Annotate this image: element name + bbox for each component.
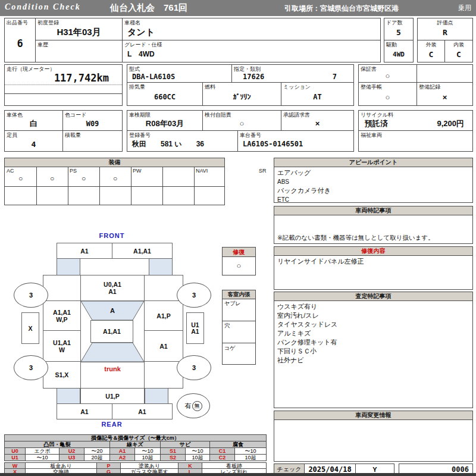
tire-rear-right: 3	[177, 355, 211, 380]
panel-windshield: A	[80, 300, 145, 321]
assessment-item: ウスキズ有り	[277, 302, 469, 311]
pickup-location: 引取場所：宮城県仙台市宮城野区港	[284, 4, 399, 14]
appeal-item: エアバッグ	[277, 168, 469, 177]
inspection-expiry-value: R08年03月	[127, 117, 202, 130]
tire-front-left: 3	[14, 283, 48, 308]
chassis-type-value: DBA-LA610S	[127, 71, 231, 82]
legend-row-2: U1 〜10 U3 20超 A2 10超 S2 10超 C2 10超	[4, 454, 267, 461]
recycle-amount-value: 9,200円	[437, 118, 464, 129]
transmission-value: AT	[281, 89, 353, 105]
equipment-lhd: 左ﾊﾝﾄﾞﾙ	[194, 167, 224, 186]
capacity-cell: 定員 4	[4, 130, 63, 152]
vehicle-special-notes-title: 車両特記事項	[274, 206, 472, 215]
panel-front-bumper-left: A1	[57, 243, 112, 259]
panel-left-side-strip: X	[21, 312, 39, 344]
model-name-value: タント	[123, 24, 380, 40]
load-capacity-cell: 積載量	[62, 130, 123, 152]
equipment-pw: PW○	[68, 167, 100, 186]
chassis-number-value: LA610S-0146501	[238, 137, 353, 151]
equipment-ac: AC○	[5, 167, 37, 186]
repair-flag-title: 修復	[223, 248, 255, 257]
maintenance-record-value: ×	[417, 89, 472, 105]
legend-code: U1	[4, 454, 26, 461]
score-cell: 評価点 R	[417, 18, 473, 40]
panel-front-right-corner	[149, 258, 173, 275]
panel-rear-bumper-left: A1	[57, 403, 112, 419]
legend-code: A2	[110, 454, 135, 461]
disclaimer-note: ※記載のない書類・機器等は無しとして取り扱います。	[277, 233, 434, 242]
mileage-value: 117,742km	[5, 71, 122, 85]
warranty-value: ○	[359, 70, 416, 82]
legend-desc: 10超	[235, 454, 267, 461]
inspection-expiry-cell: 車検期限 R08年03月	[127, 110, 203, 131]
assessment-notes-title: 査定特記事項	[274, 292, 472, 301]
empty-cell	[416, 64, 473, 83]
body-color-value: 白	[5, 117, 62, 130]
displacement-value: 660CC	[127, 89, 202, 105]
brand-logo: Condition Check	[5, 2, 81, 12]
score-value: R	[418, 24, 472, 40]
equipment-sr: SR	[131, 167, 163, 186]
first-registration-value: H31年03月	[36, 24, 122, 40]
grade-cell: グレード・仕様 L 4WD	[122, 40, 381, 62]
maintenance-record-cell: 整備記録 ×	[416, 82, 473, 106]
doors-cell: ドア数 5	[384, 18, 414, 40]
repair-details-title: 修復内容	[274, 247, 472, 256]
insurance-value: ○	[203, 117, 281, 130]
assessment-item: パンク修理キット有	[277, 338, 469, 347]
cabin-interior-hole: 穴	[223, 321, 255, 343]
cabin-interior-tear: ヤブレ	[223, 299, 255, 321]
first-registration-cell: 初度登録 H31年03月	[35, 18, 123, 40]
panel-right-front-door: A1,P	[144, 300, 183, 331]
auction-condition-sheet: Condition Check 仙台入札会 761回 引取場所：宮城県仙台市宮城…	[0, 0, 476, 476]
panel-left-front-fender	[43, 275, 81, 301]
grade-value: L 4WD	[123, 46, 380, 62]
repair-item: リヤインサイドパネル左修正	[277, 257, 469, 266]
vehicle-change-info-panel: 車両変更情報	[274, 411, 473, 462]
appeal-item: バックカメラ付き	[277, 186, 469, 195]
spare-none-selected: 無	[192, 401, 202, 411]
panel-trunk: trunk	[80, 362, 145, 389]
lot-number-cell: 出品番号 6	[4, 18, 36, 62]
equipment-ac-value: ○	[5, 174, 36, 183]
approval-request-value: ×	[281, 117, 353, 130]
exterior-score-cell: 外装 C	[417, 40, 445, 62]
interior-score-value: C	[445, 46, 472, 62]
approval-request-cell: 承認請求書 ×	[281, 110, 354, 131]
legend-code: U3	[60, 454, 84, 461]
auction-title: 仙台入札会 761回	[110, 2, 187, 14]
panel-left-rear-fender: S1,X	[43, 361, 81, 389]
chassis-type-cell: 型式 DBA-LA610S	[127, 64, 232, 83]
assessment-item: タイヤスタッドレス	[277, 320, 469, 329]
equipment-pw-value: ○	[68, 174, 99, 183]
cabin-interior-title: 客室内張	[223, 290, 255, 299]
maintenance-book-value: ○	[359, 89, 416, 105]
panel-rear-right-corner	[145, 388, 168, 404]
repair-flag-box: 修復 ○	[222, 247, 256, 275]
insurance-cell: 検付自賠責 ○	[202, 110, 281, 131]
mileage-cell: 走行（現メーター） 117,742km	[4, 64, 123, 106]
repair-details-panel: 修復内容 リヤインサイドパネル左修正	[274, 246, 473, 290]
welfare-vehicle-cell: 福祉車両	[358, 130, 473, 152]
legend-desc: 10超	[186, 454, 210, 461]
panel-hood: U0,A1 A1	[80, 275, 145, 301]
vehicle-class: 乗用	[458, 4, 471, 12]
equipment-ps-value: ○	[36, 174, 68, 183]
equipment-title: 装備	[5, 158, 224, 167]
legend-desc: 20超	[84, 454, 110, 461]
header-bar: Condition Check 仙台入札会 761回 引取場所：宮城県仙台市宮城…	[0, 0, 476, 16]
equipment-ac-label: AC	[7, 168, 14, 174]
panel-left-front-door: A1,A1 W,P	[43, 300, 81, 331]
model-name-cell: 車種名 タント	[122, 18, 381, 40]
panel-front-left-corner	[57, 258, 80, 275]
equipment-navi: NAVI○	[99, 167, 131, 186]
chassis-number-cell: 車台番号 LA610S-0146501	[237, 130, 354, 152]
damage-diagram: FRONT A1 A1,A1 A1,A1 W,P U1,A1 W S1,X U0…	[0, 231, 271, 436]
windshield-code: A	[110, 307, 115, 314]
drive-value: 4WD	[384, 46, 413, 62]
panel-right-rear-door: A1	[144, 330, 183, 362]
capacity-value: 4	[5, 137, 62, 151]
transmission-cell: ミッション AT	[281, 82, 354, 106]
bottom-bar	[0, 473, 476, 476]
panel-rear-left-corner	[57, 388, 80, 404]
